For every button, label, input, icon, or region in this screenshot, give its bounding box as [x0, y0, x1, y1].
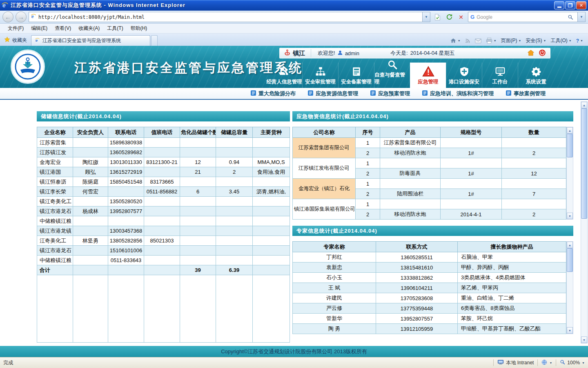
tank-cell: 杨成林 [73, 206, 108, 216]
print-button[interactable]: ▼ [486, 38, 497, 44]
compatibility-view-icon[interactable] [432, 12, 442, 22]
nav-item-emergency[interactable]: 应急管理 [410, 63, 446, 88]
supplies-cell [502, 158, 566, 168]
user-icon [337, 50, 343, 57]
tank-cell [73, 256, 108, 265]
scroll-down-button[interactable]: ▼ [567, 327, 573, 334]
tank-cell: 江苏镇江发 [37, 148, 73, 157]
tank-cell [144, 256, 180, 265]
refresh-button[interactable] [444, 12, 454, 22]
tank-cell [73, 216, 108, 226]
subnav-item-accident-cases[interactable]: 事故案例管理 [506, 90, 546, 97]
scroll-up-button[interactable]: ▲ [581, 102, 587, 108]
quick-home-icon[interactable] [527, 49, 535, 58]
tank-cell [180, 138, 216, 148]
subnav-item-emergency-plans[interactable]: 应急预案管理 [370, 90, 410, 97]
tank-cell [253, 265, 290, 275]
supplies-panel-title: 应急物资信息统计(截止2014.04.04) [292, 111, 573, 121]
scroll-down-button[interactable]: ▼ [581, 337, 587, 343]
logout-power-icon[interactable] [539, 49, 546, 58]
scroll-thumb[interactable] [567, 134, 573, 157]
tank-cell [216, 216, 253, 226]
home-button[interactable]: ▼ [450, 38, 461, 44]
scroll-up-button[interactable]: ▲ [567, 127, 573, 134]
tank-col-header: 联系电话 [108, 127, 144, 138]
search-dropdown[interactable]: ▼ [577, 12, 585, 22]
tank-cell: 食用油,食用 [253, 167, 290, 177]
tank-header-row: 企业名称安全负责人联系电话值班电话危化品储罐个数储罐总容量主要货种 [37, 127, 290, 138]
tank-cell: 镇江李长荣 [37, 187, 73, 197]
tank-cell [180, 226, 216, 236]
scroll-up-button[interactable]: ▲ [567, 242, 573, 248]
scroll-thumb[interactable] [581, 108, 587, 219]
experts-cell: 6类毒害品、8类腐蚀品 [458, 303, 566, 314]
subnav-item-emergency-resources[interactable]: 应急资源信息管理 [308, 90, 358, 97]
tank-cell [216, 256, 253, 265]
tab-title: 江苏省港口安全监管与应急管理系统 [42, 37, 121, 44]
feeds-button[interactable] [465, 38, 470, 43]
menu-item-0[interactable]: 文件(F) [4, 24, 27, 33]
nav-item-operators[interactable]: 经营人信息管理 [266, 63, 302, 88]
forward-button[interactable]: → [16, 11, 27, 22]
back-button[interactable]: ← [2, 11, 13, 22]
search-input[interactable]: Google [477, 14, 564, 20]
zoom-control[interactable]: 100% ▼ [560, 359, 585, 366]
stop-button[interactable]: ✕ [456, 12, 466, 22]
tank-cell: 12 [180, 157, 216, 167]
experts-cell: 管新华 [293, 314, 376, 324]
tank-cell [73, 226, 108, 236]
tank-cell [144, 167, 180, 177]
browser-tab[interactable]: e 江苏省港口安全监管与应急管理系统 [31, 35, 150, 46]
menu-item-3[interactable]: 收藏夹(A) [75, 24, 103, 33]
tank-col-header: 储罐总容量 [216, 127, 253, 138]
tank-cell [253, 197, 290, 206]
experts-cell: 许建民 [293, 293, 376, 303]
experts-table-row: 丁邦红13605285511石脑油、甲苯 [293, 252, 566, 263]
help-button[interactable]: ?▼ [576, 38, 583, 44]
tank-col-header: 企业名称 [37, 127, 73, 138]
menu-item-4[interactable]: 工具(T) [103, 24, 127, 33]
address-field[interactable]: e http://localhost:8080/yjpt/Main.html ▼ [29, 12, 430, 22]
supplies-cell: 防毒面具 [380, 168, 441, 179]
supplies-cell: 1# [441, 148, 502, 158]
experts-panel-title: 专家信息统计(截止2014.04.04) [292, 226, 573, 236]
supplies-cell [441, 158, 502, 168]
tank-cell: 陈炳庭 [73, 177, 108, 187]
protected-mode-control[interactable]: ▼ [541, 359, 552, 366]
close-button[interactable]: ✕ [576, 1, 586, 9]
scroll-down-button[interactable]: ▼ [567, 213, 573, 219]
safety-menu-button[interactable]: 安全(S)▼ [526, 37, 546, 44]
scroll-thumb[interactable] [567, 248, 573, 272]
supplies-cell: 1 [356, 199, 380, 209]
menu-item-5[interactable]: 帮助(H) [127, 24, 151, 33]
restore-button[interactable] [565, 1, 575, 9]
read-mail-button[interactable] [475, 38, 481, 43]
supplies-scrollbar[interactable]: ▲ ▼ [566, 127, 573, 220]
nav-item-safety-filing[interactable]: 安全备案管理 [338, 63, 374, 88]
tank-cell [180, 236, 216, 246]
page-menu-button[interactable]: 页面(P)▼ [501, 37, 521, 44]
tank-cell: 0511-856882 [144, 187, 180, 197]
favorites-button[interactable]: 收藏夹 [2, 36, 31, 46]
nav-item-port-security[interactable]: 港口设施保安 [446, 63, 482, 88]
tools-menu-button[interactable]: 工具(O)▼ [550, 37, 571, 44]
nav-item-safety-approval[interactable]: 安全审批管理 [302, 63, 338, 88]
nav-item-workbench[interactable]: 工作台 [482, 63, 518, 88]
search-button[interactable] [566, 12, 575, 22]
page-footer: Copyright©江苏省交通规划设计院股份有限公司 2013版权所有 [0, 346, 588, 357]
menu-item-2[interactable]: 查看(V) [51, 24, 75, 33]
minimize-button[interactable] [554, 1, 564, 9]
nav-item-settings[interactable]: 系统设置 [518, 63, 554, 88]
experts-scrollbar[interactable]: ▲ ▼ [566, 241, 573, 334]
gear-icon [531, 65, 541, 77]
main-scrollbar[interactable]: ▲ ▼ [581, 101, 588, 343]
status-bar: 完成 本地 Intranet ▼ 100% ▼ [0, 357, 588, 368]
tank-cell: 21 [180, 167, 216, 177]
address-dropdown[interactable]: ▼ [422, 12, 430, 22]
new-tab-stub[interactable] [151, 35, 158, 46]
nav-item-self-inspection[interactable]: 自查与督查管理 [374, 63, 410, 88]
menu-item-1[interactable]: 编辑(E) [27, 24, 51, 33]
subnav-item-emergency-training[interactable]: 应急培训、演练和演习管理 [422, 90, 494, 97]
tank-cell [73, 138, 108, 148]
subnav-item-hazard-distribution[interactable]: 重大危险源分布 [251, 90, 296, 97]
